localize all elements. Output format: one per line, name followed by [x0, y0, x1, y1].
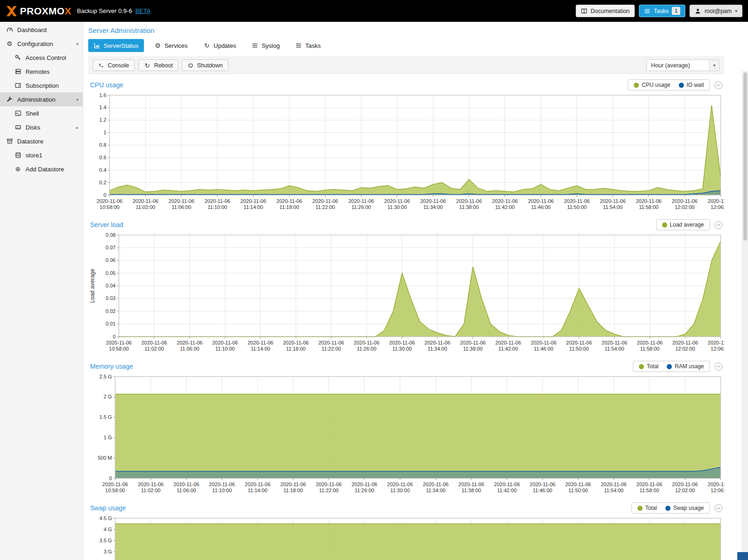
svg-text:11:02:00: 11:02:00: [144, 346, 164, 352]
legend-dot-icon: [662, 222, 667, 228]
collapse-panel-button[interactable]: −: [715, 504, 722, 512]
tab-services[interactable]: ⚙Services: [149, 39, 193, 52]
tab-syslog[interactable]: Syslog: [246, 39, 285, 52]
tab-label: Syslog: [261, 42, 280, 49]
svg-text:2020-11-06: 2020-11-06: [102, 482, 128, 487]
svg-text:2020-11-06: 2020-11-06: [204, 198, 230, 204]
svg-text:2020-11-06: 2020-11-06: [133, 198, 158, 204]
plus-icon: ⊕: [13, 166, 22, 172]
sidebar-item-add-datastore[interactable]: ⊕Add Datastore: [0, 162, 83, 176]
shutdown-button[interactable]: Shutdown: [182, 59, 228, 71]
svg-text:1.4: 1.4: [99, 104, 106, 110]
chevron-down-icon[interactable]: ▾: [76, 41, 78, 46]
tab-updates[interactable]: ↻Updates: [198, 39, 241, 52]
svg-text:11:14:00: 11:14:00: [248, 488, 267, 493]
collapse-panel-button[interactable]: −: [715, 81, 722, 89]
sidebar-item-remotes[interactable]: Remotes: [0, 65, 83, 78]
sidebar-item-shell[interactable]: Shell: [0, 106, 83, 120]
documentation-button[interactable]: Documentation: [576, 5, 635, 17]
svg-text:2 G: 2 G: [104, 394, 112, 399]
sidebar-item-label: store1: [26, 152, 42, 159]
svg-text:500 M: 500 M: [98, 455, 112, 461]
svg-text:11:02:00: 11:02:00: [141, 488, 161, 493]
svg-text:2020-11-06: 2020-11-06: [316, 482, 341, 487]
legend-label: Total: [645, 505, 657, 511]
beta-link[interactable]: BETA: [135, 7, 150, 14]
tab-label: ServerStatus: [104, 42, 138, 49]
sidebar-item-administration[interactable]: Administration▾: [0, 92, 83, 106]
documentation-label: Documentation: [591, 8, 630, 14]
legend-item: Total: [639, 363, 658, 370]
svg-text:2020-11-06: 2020-11-06: [348, 198, 374, 204]
svg-text:2020-11-06: 2020-11-06: [494, 482, 520, 487]
sidebar-item-datastore[interactable]: Datastore: [0, 134, 83, 148]
sidebar-item-dashboard[interactable]: Dashboard: [0, 23, 83, 37]
chart-svg: 0500 M1 G1.5 G2 G2.5 G2020-11-0610:58:00…: [88, 373, 724, 495]
sidebar-item-store1[interactable]: store1: [0, 148, 83, 162]
sidebar-item-configuration[interactable]: ⚙Configuration▾: [0, 37, 83, 51]
svg-text:2020-11-06: 2020-11-06: [672, 198, 697, 204]
svg-text:11:54:00: 11:54:00: [603, 204, 623, 210]
tab-tasks[interactable]: Tasks: [290, 39, 326, 52]
user-menu-button[interactable]: root@pam ▾: [689, 5, 742, 17]
svg-text:1.2: 1.2: [99, 117, 106, 123]
svg-text:2020-11-06: 2020-11-06: [351, 482, 377, 487]
scrollbar[interactable]: [742, 71, 748, 560]
tab-serverstatus[interactable]: ServerStatus: [88, 39, 144, 52]
chevron-right-icon[interactable]: ▸: [76, 125, 78, 130]
collapse-panel-button[interactable]: −: [715, 363, 722, 371]
svg-text:11:22:00: 11:22:00: [321, 346, 341, 352]
svg-text:2020-11-06: 2020-11-06: [637, 482, 662, 487]
sidebar-item-access-control[interactable]: Access Control: [0, 51, 83, 65]
svg-text:0.07: 0.07: [106, 245, 116, 250]
svg-text:11:54:00: 11:54:00: [605, 346, 624, 352]
content: Server Administration ServerStatus⚙Servi…: [84, 22, 729, 560]
reboot-button[interactable]: ↻Reboot: [138, 59, 178, 71]
scrollbar-thumb[interactable]: [743, 72, 747, 241]
legend-item: IO wait: [679, 82, 704, 88]
tabbar: ServerStatus⚙Services↻UpdatesSyslogTasks: [84, 38, 729, 57]
svg-text:0: 0: [113, 334, 116, 339]
console-icon: [98, 62, 104, 68]
svg-text:0: 0: [109, 475, 112, 481]
panel-memory-usage: Memory usageTotalRAM usage−0500 M1 G1.5 …: [88, 359, 724, 495]
svg-text:11:06:00: 11:06:00: [180, 346, 199, 352]
svg-text:10:58:00: 10:58:00: [105, 488, 125, 493]
svg-text:2020-11-06: 2020-11-06: [97, 198, 122, 204]
chevron-down-icon[interactable]: ▾: [76, 97, 78, 102]
legend-label: CPU usage: [642, 82, 670, 88]
console-button[interactable]: Console: [93, 59, 135, 71]
chevron-down-icon[interactable]: ▾: [709, 60, 719, 71]
sidebar-item-subscription[interactable]: Subscription: [0, 78, 83, 92]
legend-item: CPU usage: [634, 82, 670, 88]
svg-text:11:18:00: 11:18:00: [283, 488, 303, 493]
svg-text:2020-11-06: 2020-11-06: [354, 340, 379, 345]
chart-legend: TotalRAM usage: [633, 361, 710, 372]
svg-text:2020-11-06: 2020-11-06: [423, 482, 449, 487]
ticket-icon: [13, 82, 22, 89]
svg-text:2020-11-06: 2020-11-06: [174, 482, 199, 487]
archive-icon: [5, 138, 14, 144]
list-icon: [252, 42, 258, 49]
corner-artifact: [737, 552, 748, 560]
collapse-panel-button[interactable]: −: [715, 221, 722, 229]
svg-text:2020-11-06: 2020-11-06: [460, 340, 486, 345]
sidebar-item-label: Subscription: [26, 82, 59, 89]
tasks-button[interactable]: Tasks 1: [639, 5, 685, 17]
legend-item: Swap usage: [665, 505, 704, 511]
svg-text:11:58:00: 11:58:00: [639, 204, 658, 210]
svg-text:2020-11-06: 2020-11-06: [319, 340, 344, 345]
svg-text:2020-11-06: 2020-11-06: [389, 340, 415, 345]
svg-text:11:18:00: 11:18:00: [286, 346, 306, 352]
time-range-select[interactable]: Hour (average) ▾: [646, 59, 720, 71]
svg-text:11:18:00: 11:18:00: [280, 204, 299, 210]
svg-text:3 G: 3 G: [104, 549, 112, 554]
chart-svg: 00.20.40.60.811.21.41.62020-11-0610:58:0…: [88, 92, 724, 212]
user-icon: [695, 8, 701, 14]
svg-text:2020-11-06: 2020-11-06: [247, 340, 273, 345]
panel-header: Memory usageTotalRAM usage−: [88, 359, 724, 373]
sidebar-item-disks[interactable]: Disks▸: [0, 120, 83, 134]
svg-text:11:58:00: 11:58:00: [640, 346, 659, 352]
svg-text:0.8: 0.8: [99, 142, 106, 148]
svg-text:11:46:00: 11:46:00: [531, 204, 551, 210]
